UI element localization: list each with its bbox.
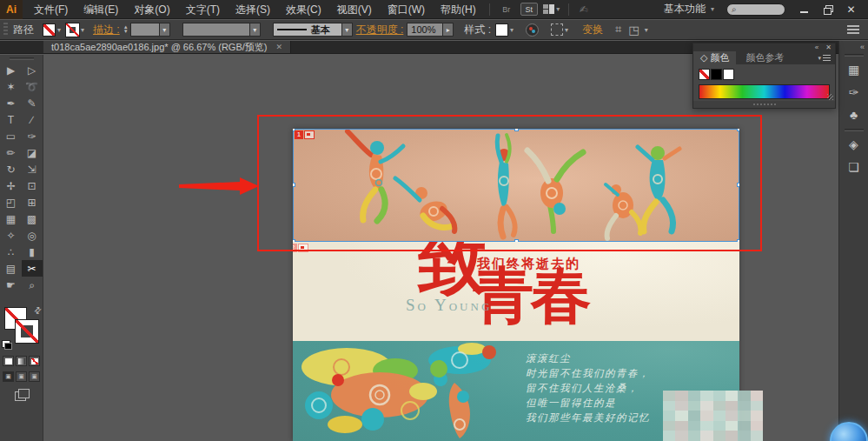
tools-panel-grip[interactable] [0,55,43,62]
brush-dropdown[interactable]: ▾ [250,23,261,37]
menu-item[interactable]: 文件(F) [26,0,76,19]
tool-pencil[interactable]: ✏ [1,144,22,161]
workspace-switcher[interactable]: 基本功能 ▾ [659,2,719,17]
symbols-panel-icon[interactable]: ♣ [839,104,868,126]
arrange-documents-icon[interactable]: ▾ [543,3,560,16]
menu-item[interactable]: 对象(O) [126,0,177,19]
tool-anchor-point[interactable]: ✎ [22,95,43,111]
stroke-style-field[interactable]: 基本 [273,23,342,37]
tool-artboard[interactable]: ▤ [1,260,22,277]
opacity-link[interactable]: 不透明度 : [356,23,404,37]
stroke-link[interactable]: 描边 : [93,23,120,37]
artboards-panel-icon[interactable]: ❏ [839,156,868,178]
brush-definition-field[interactable] [182,23,250,37]
stroke-swatch[interactable] [66,23,79,37]
tool-free-transform[interactable]: ⊡ [22,177,43,194]
tool-line-segment[interactable]: ∕ [22,111,43,128]
fill-swatch[interactable] [43,23,56,37]
draw-behind-icon[interactable]: ▣ [16,371,27,382]
control-panel-menu-icon[interactable] [847,25,859,34]
color-spectrum-bar[interactable] [699,84,830,99]
chevron-down-icon[interactable]: ▾ [565,26,568,34]
document-tab[interactable]: t018ca5ae2890ae0186.jpg* @ 66.67% (RGB/预… [43,41,291,53]
default-fill-stroke-icon[interactable] [2,340,10,348]
panel-tab[interactable]: ◇ 颜色 [693,51,736,64]
tool-width[interactable]: ✢ [1,177,22,194]
panel-menu-icon[interactable]: ▾ [818,55,831,62]
color-button[interactable] [3,356,14,366]
stroke-weight-stepper[interactable]: ▲▼ [123,25,129,34]
tool-pen[interactable]: ✒ [1,95,22,111]
poster-title-section[interactable]: 2 致 我们终将逝去的 青春 So Young [293,242,739,341]
tool-paintbrush[interactable]: ✑ [22,128,43,144]
align-icon[interactable]: ⌗ [615,23,621,37]
transform-link[interactable]: 变换 [582,23,603,37]
draw-normal-icon[interactable]: ▣ [3,371,14,382]
tool-eyedropper[interactable]: ✧ [1,227,22,244]
panel-grip[interactable] [3,23,8,37]
swatches-panel-icon[interactable]: ▦ [839,58,868,81]
tool-eraser[interactable]: ◪ [22,144,43,161]
menu-item[interactable]: 文字(T) [178,0,228,19]
brushes-panel-icon[interactable]: ✑ [839,81,868,104]
chevron-down-icon[interactable]: ▾ [57,26,61,34]
menu-item[interactable]: 效果(C) [278,0,329,19]
swap-fill-stroke-icon[interactable]: ⇄ [31,304,43,317]
tool-blend[interactable]: ◎ [22,227,43,244]
menu-item[interactable]: 选择(S) [228,0,278,19]
tool-type[interactable]: T [1,111,22,128]
tool-slice[interactable]: ✂ [22,260,43,277]
collapse-panel-icon[interactable]: « [815,43,818,51]
tool-lasso[interactable]: ➰ [22,78,43,95]
close-button[interactable]: ✕ [839,0,863,19]
menu-item[interactable]: 编辑(E) [76,0,126,19]
tool-rotate[interactable]: ↻ [1,161,22,177]
stroke-weight-field[interactable] [130,23,160,37]
tool-direct-selection[interactable]: ▷ [22,62,43,78]
tool-symbol-sprayer[interactable]: ∴ [1,244,22,260]
close-icon[interactable]: ✕ [275,43,282,51]
tool-magic-wand[interactable]: ✶ [1,78,22,95]
poster-banner-section[interactable]: 1 [293,129,739,242]
tool-perspective-grid[interactable]: ⊞ [22,194,43,210]
isolate-icon[interactable]: ◳ [628,23,639,37]
stock-icon[interactable]: St [520,3,538,16]
canvas[interactable]: 1 2 致 我们终将逝去的 青春 So Young [43,55,838,441]
stroke-color-well[interactable] [16,320,38,343]
stroke-style-dropdown[interactable]: ▾ [342,23,353,37]
stroke-weight-dropdown[interactable]: ▾ [160,23,170,37]
search-input[interactable]: ⌕ [726,3,785,16]
panel-tab[interactable]: 颜色参考 [736,51,791,64]
dock-grip[interactable] [845,54,864,57]
tool-mesh[interactable]: ▦ [1,210,22,227]
close-icon[interactable]: ✕ [825,43,832,51]
gradient-button[interactable] [16,356,27,366]
menu-item[interactable]: 帮助(H) [433,0,484,19]
tool-rectangle[interactable]: ▭ [1,128,22,144]
expand-dock-icon[interactable]: « [839,41,868,51]
menu-item[interactable]: 视图(V) [329,0,380,19]
layers-panel-icon[interactable]: ◈ [839,133,868,156]
tool-column-graph[interactable]: ▮ [22,244,43,260]
restore-button[interactable] [816,0,839,19]
tool-zoom[interactable]: ⌕ [22,277,43,293]
select-similar-icon[interactable] [551,23,563,36]
bridge-icon[interactable]: Br [498,3,515,16]
tool-scale[interactable]: ⇲ [22,161,43,177]
tool-gradient[interactable]: ▩ [22,210,43,227]
panel-drag-handle[interactable] [693,101,835,108]
tool-shape-builder[interactable]: ◰ [1,194,22,210]
tool-hand[interactable]: ☛ [1,277,22,293]
black-swatch[interactable] [711,69,722,80]
recolor-artwork-icon[interactable] [526,23,539,37]
graphic-style-swatch[interactable] [495,23,508,37]
none-swatch[interactable] [699,69,710,80]
chevron-down-icon[interactable]: ▾ [645,26,648,34]
white-swatch[interactable] [723,69,734,80]
chevron-down-icon[interactable]: ▾ [81,26,84,34]
minimize-button[interactable] [792,0,816,19]
none-button[interactable] [29,356,40,366]
draw-inside-icon[interactable]: ▣ [29,371,40,382]
screen-mode-icon[interactable] [15,389,29,400]
dock-grip[interactable] [845,129,864,131]
